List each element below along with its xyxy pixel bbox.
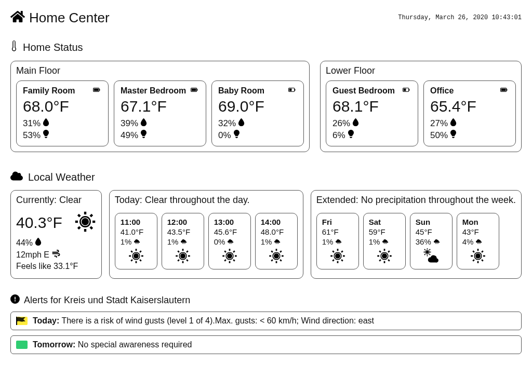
svg-rect-10 xyxy=(409,89,409,91)
forecast-weather-icon xyxy=(462,248,494,266)
droplet-icon xyxy=(352,118,359,129)
svg-line-52 xyxy=(231,243,231,244)
alert-text: Tomorrow: No special awareness required xyxy=(33,340,192,349)
svg-line-78 xyxy=(339,243,339,244)
svg-line-65 xyxy=(277,243,278,244)
room-light: 6% xyxy=(332,130,411,141)
room-card: Office 65.4°F 27% 50% xyxy=(423,80,516,146)
forecast-weather-icon xyxy=(121,248,152,266)
forecast-temp: 59°F xyxy=(369,227,400,236)
forecast-day: Sat xyxy=(369,218,400,226)
svg-point-80 xyxy=(335,253,340,259)
svg-rect-13 xyxy=(507,89,507,91)
room-light: 50% xyxy=(430,130,509,141)
svg-line-39 xyxy=(184,243,184,244)
svg-line-23 xyxy=(78,227,80,229)
current-humidity-line: 44% xyxy=(16,238,96,248)
forecast-time: 12:00 xyxy=(167,218,198,226)
svg-line-92 xyxy=(387,243,387,244)
room-temp: 65.4°F xyxy=(430,98,509,115)
alerts-title: Alerts for Kreis und Stadt Kaiserslauter… xyxy=(24,295,190,306)
forecast-temp: 43°F xyxy=(462,227,494,236)
room-name: Guest Bedroom xyxy=(332,86,395,96)
svg-line-51 xyxy=(230,243,230,244)
forecast-weather-icon xyxy=(167,248,198,266)
forecast-precip: 1% xyxy=(121,237,152,246)
room-temp: 68.0°F xyxy=(23,98,102,115)
alerts-header: Alerts for Kreis und Stadt Kaiserslauter… xyxy=(10,294,522,306)
bulb-icon xyxy=(233,130,240,141)
home-status-title: Home Status xyxy=(23,42,83,53)
svg-rect-14 xyxy=(501,89,506,91)
svg-line-71 xyxy=(271,251,273,252)
extended-forecast-row: Fri 61°F 1% Sat 59°F 1% Sun 45°F 36% Mon… xyxy=(316,213,516,269)
current-wind-line: 12mph E xyxy=(16,250,96,260)
svg-line-33 xyxy=(140,260,141,261)
svg-line-20 xyxy=(90,227,92,229)
weather-extended-title: Extended: No precipitation throughout th… xyxy=(316,195,516,206)
weather-row: Currently: Clear 40.3°F 44% 12mph E Feel… xyxy=(10,190,522,279)
extended-desc: No precipitation throughout the week. xyxy=(361,195,516,205)
room-light: 0% xyxy=(218,130,297,141)
forecast-precip: 36% xyxy=(416,237,447,246)
rain-cloud-icon xyxy=(335,237,343,246)
svg-line-113 xyxy=(429,254,430,255)
room-name: Office xyxy=(430,86,454,96)
svg-line-50 xyxy=(187,251,188,252)
room-name: Baby Room xyxy=(218,86,264,96)
svg-line-85 xyxy=(341,260,343,261)
svg-line-19 xyxy=(78,214,80,217)
svg-line-90 xyxy=(384,243,385,244)
svg-line-58 xyxy=(224,251,226,252)
thermometer-icon xyxy=(10,40,18,55)
alert-flag-icon xyxy=(16,317,28,325)
svg-line-124 xyxy=(482,260,483,261)
forecast-precip: 1% xyxy=(261,237,292,246)
svg-line-79 xyxy=(340,243,340,244)
alert-item: Tomorrow: No special awareness required xyxy=(10,335,522,354)
svg-point-67 xyxy=(274,253,279,259)
svg-line-127 xyxy=(473,260,474,261)
svg-rect-11 xyxy=(404,89,406,91)
svg-line-25 xyxy=(136,243,137,244)
home-icon xyxy=(10,9,25,26)
room-name: Master Bedroom xyxy=(121,86,186,96)
forecast-time: 11:00 xyxy=(121,218,152,226)
current-desc: Clear xyxy=(59,195,82,205)
current-feels: Feels like 33.1°F xyxy=(16,262,78,271)
svg-line-72 xyxy=(280,260,282,261)
app-header: Home Center Thursday, March 26, 2020 10:… xyxy=(10,9,522,26)
weather-current-title: Currently: Clear xyxy=(16,195,96,206)
room-temp: 67.1°F xyxy=(121,98,200,115)
forecast-day: Mon xyxy=(462,218,494,226)
room-humidity: 27% xyxy=(430,118,509,129)
room-card: Master Bedroom 67.1°F 39% 49% xyxy=(114,80,206,146)
svg-line-118 xyxy=(480,243,481,244)
rooms-row: Family Room 68.0°F 31% 53% Master Bedroo… xyxy=(16,80,304,146)
svg-point-119 xyxy=(475,253,481,259)
rain-cloud-icon xyxy=(180,237,188,246)
home-status-header: Home Status xyxy=(10,40,522,55)
floor-title: Lower Floor xyxy=(326,65,516,76)
svg-line-40 xyxy=(185,243,185,244)
forecast-temp: 43.5°F xyxy=(167,227,198,236)
svg-line-36 xyxy=(131,260,132,261)
svg-line-115 xyxy=(429,249,430,250)
svg-line-62 xyxy=(224,260,226,261)
weather-extended-card: Extended: No precipitation throughout th… xyxy=(311,190,522,279)
rain-cloud-icon xyxy=(133,237,141,246)
bulb-icon xyxy=(348,130,354,141)
current-label: Currently: xyxy=(16,195,57,205)
alert-item: Today: There is a risk of wind gusts (le… xyxy=(10,312,522,330)
svg-rect-5 xyxy=(192,89,196,91)
room-card: Baby Room 69.0°F 32% 0% xyxy=(211,80,304,146)
alerts-list: Today: There is a risk of wind gusts (le… xyxy=(10,312,522,354)
today-forecast-row: 11:00 41.0°F 1% 12:00 43.5°F 1% 13:00 45… xyxy=(115,213,298,269)
room-humidity: 39% xyxy=(121,118,200,129)
svg-line-38 xyxy=(183,243,183,244)
svg-line-77 xyxy=(338,243,338,244)
svg-line-59 xyxy=(233,260,235,261)
today-label: Today: xyxy=(115,195,142,205)
floor-card: Lower Floor Guest Bedroom 68.1°F 26% 6% … xyxy=(320,61,522,152)
battery-icon xyxy=(401,86,411,96)
